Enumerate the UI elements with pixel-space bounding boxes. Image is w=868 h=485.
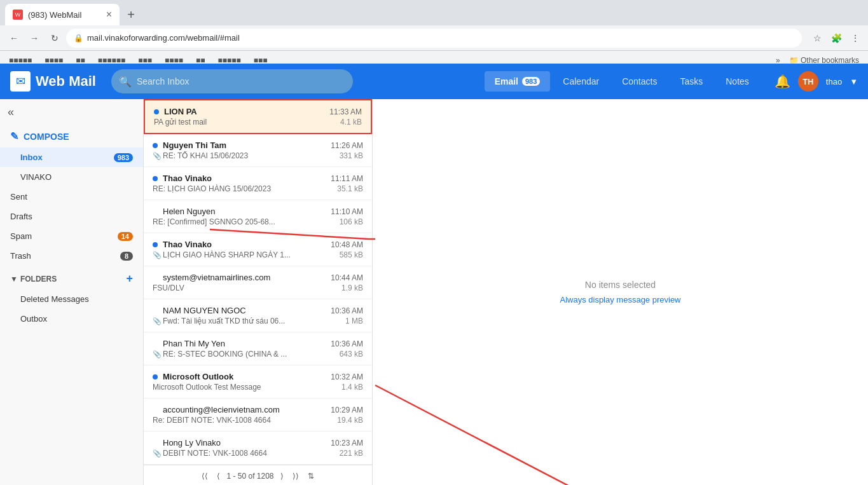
folders-arrow: ▼ [10, 275, 18, 283]
tab-favicon: W [13, 10, 23, 20]
tab-tasks-label: Tasks [680, 76, 703, 86]
app-logo-text: Web Mail [36, 73, 96, 90]
display-preview-link[interactable]: Always display message preview [560, 295, 680, 304]
active-tab[interactable]: W (983) WebMail × [5, 4, 120, 25]
no-items-text: No items selected [585, 280, 656, 290]
email-time: 10:32 AM [331, 372, 363, 381]
sidebar-item-inbox[interactable]: Inbox 983 [0, 147, 143, 167]
notification-button[interactable]: 🔔 [775, 74, 790, 89]
email-time: 10:44 AM [331, 273, 363, 282]
read-indicator [153, 407, 158, 413]
sidebar-item-sent[interactable]: Sent [0, 187, 143, 207]
reload-button[interactable]: ↻ [46, 29, 64, 47]
email-item[interactable]: Microsoft Outlook 10:32 AM Microsoft Out… [144, 365, 372, 399]
email-size: 585 kB [340, 250, 363, 259]
prev-page-button[interactable]: ⟨ [214, 470, 223, 482]
tab-calendar-label: Calendar [563, 76, 599, 86]
email-item[interactable]: Thao Vinako 11:11 AM RE: LỊCH GIAO HÀNG … [144, 167, 372, 200]
email-sender: Helen Nguyen [163, 207, 326, 216]
email-item[interactable]: system@vietnamairlines.com 10:44 AM FSU/… [144, 266, 372, 299]
email-badge: 983 [522, 77, 540, 86]
add-folder-button[interactable]: + [126, 272, 133, 285]
sidebar-item-deleted-messages[interactable]: Deleted Messages [0, 289, 143, 309]
email-size: 643 kB [340, 350, 363, 359]
email-item[interactable]: Thao Vinako 10:48 AM 📎LỊCH GIAO HÀNG SHA… [144, 233, 372, 266]
next-page-button[interactable]: ⟩ [278, 470, 286, 482]
email-sender: accounting@lecienvietnam.com [163, 405, 326, 414]
unread-indicator [153, 374, 158, 379]
sidebar-inbox-label: Inbox [20, 153, 109, 162]
address-bar[interactable]: 🔒 mail.vinakoforwarding.com/webmail/#mai… [66, 29, 802, 48]
sidebar-nav: Inbox 983 VINAKO Sent Drafts Spam 14 Tra [0, 147, 143, 266]
forward-button[interactable]: → [25, 29, 43, 47]
email-item[interactable]: NAM NGUYEN NGOC 10:36 AM 📎Fwd: Tài liệu … [144, 299, 372, 332]
trash-badge: 8 [120, 252, 133, 261]
logo-icon: ✉ [10, 71, 31, 92]
email-time: 10:23 AM [331, 439, 363, 447]
email-size: 4.1 kB [340, 118, 362, 126]
email-size: 35.1 kB [337, 184, 363, 193]
unread-indicator [153, 242, 158, 247]
email-sender: system@vietnamairlines.com [163, 273, 326, 282]
sidebar-sent-label: Sent [10, 192, 133, 202]
sidebar-item-spam[interactable]: Spam 14 [0, 226, 143, 246]
compose-button[interactable]: ✎ COMPOSE [0, 125, 143, 147]
email-subject: RE: [Confirmed] SGNNGO 205-68... [153, 217, 334, 226]
tab-calendar[interactable]: Calendar [553, 71, 609, 92]
folders-section-header[interactable]: ▼ FOLDERS + [0, 266, 143, 289]
inbox-badge: 983 [114, 153, 133, 162]
outbox-label: Outbox [20, 314, 133, 324]
tab-title: (983) WebMail [28, 10, 101, 20]
user-dropdown-button[interactable]: ▼ [850, 77, 858, 86]
email-item[interactable]: Helen Nguyen 11:10 AM RE: [Confirmed] SG… [144, 200, 372, 233]
tab-notes-label: Notes [726, 76, 749, 86]
sidebar-drafts-label: Drafts [10, 212, 133, 221]
read-indicator [153, 341, 158, 346]
star-button[interactable]: ☆ [809, 31, 825, 46]
sidebar-vinako-label: VINAKO [20, 172, 133, 182]
email-item[interactable]: Hong Ly Vinako 10:23 AM 📎DEBIT NOTE: VNK… [144, 432, 372, 465]
email-item[interactable]: Phan Thi My Yen 10:36 AM 📎RE: S-STEC BOO… [144, 332, 372, 365]
email-subject: 📎Fwd: Tài liệu xuất TKD thứ sáu 06... [153, 317, 340, 325]
sidebar-item-vinako[interactable]: VINAKO [0, 167, 143, 187]
email-size: 19.4 kB [337, 416, 363, 425]
email-sender: Thao Vinako [163, 174, 326, 183]
app-container: ✉ Web Mail 🔍 Email 983 Calendar Contacts… [0, 64, 868, 485]
sidebar-collapse-button[interactable]: « [0, 99, 143, 125]
tab-email[interactable]: Email 983 [485, 71, 551, 92]
email-subject: 📎LỊCH GIAO HÀNG SHARP NGÀY 1... [153, 250, 334, 259]
tab-contacts[interactable]: Contacts [612, 71, 667, 92]
email-item[interactable]: LION PA 11:33 AM PA gửi test mail 4.1 kB [144, 99, 372, 134]
tab-email-label: Email [495, 76, 518, 86]
main-content: « ✎ COMPOSE Inbox 983 VINAKO Sent Dra [0, 99, 868, 485]
first-page-button[interactable]: ⟨⟨ [199, 470, 210, 482]
page-info: 1 - 50 of 1208 [226, 472, 273, 481]
email-item[interactable]: accounting@lecienvietnam.com 10:29 AM Re… [144, 399, 372, 432]
email-subject: 📎RE: S-STEC BOOKING (CHINA & ... [153, 350, 334, 359]
search-box[interactable]: 🔍 [111, 69, 353, 93]
spam-badge: 14 [118, 232, 133, 241]
browser-actions: ☆ 🧩 ⋮ [809, 31, 863, 46]
back-button[interactable]: ← [5, 29, 23, 47]
browser-controls: ← → ↻ 🔒 mail.vinakoforwarding.com/webmai… [0, 25, 868, 51]
search-input[interactable] [137, 76, 345, 86]
email-time: 10:48 AM [331, 240, 363, 249]
inbox-icon [10, 155, 15, 160]
lock-icon: 🔒 [74, 34, 83, 43]
new-tab-button[interactable]: + [122, 6, 140, 24]
sort-button[interactable]: ⇅ [305, 470, 317, 482]
extensions-button[interactable]: 🧩 [829, 31, 844, 46]
sidebar: « ✎ COMPOSE Inbox 983 VINAKO Sent Dra [0, 99, 144, 485]
sidebar-item-drafts[interactable]: Drafts [0, 207, 143, 226]
email-item[interactable]: Nguyen Thi Tam 11:26 AM 📎RE: TỔ KHAI 15/… [144, 134, 372, 167]
sidebar-item-outbox[interactable]: Outbox [0, 309, 143, 329]
tab-tasks[interactable]: Tasks [670, 71, 713, 92]
tab-notes[interactable]: Notes [715, 71, 759, 92]
url-text: mail.vinakoforwarding.com/webmail/#mail [87, 33, 240, 43]
sidebar-spam-label: Spam [10, 231, 113, 241]
more-button[interactable]: ⋮ [848, 31, 863, 46]
last-page-button[interactable]: ⟩⟩ [290, 470, 301, 482]
email-time: 11:33 AM [329, 107, 362, 116]
tab-close-button[interactable]: × [106, 9, 112, 20]
sidebar-item-trash[interactable]: Trash 8 [0, 246, 143, 266]
